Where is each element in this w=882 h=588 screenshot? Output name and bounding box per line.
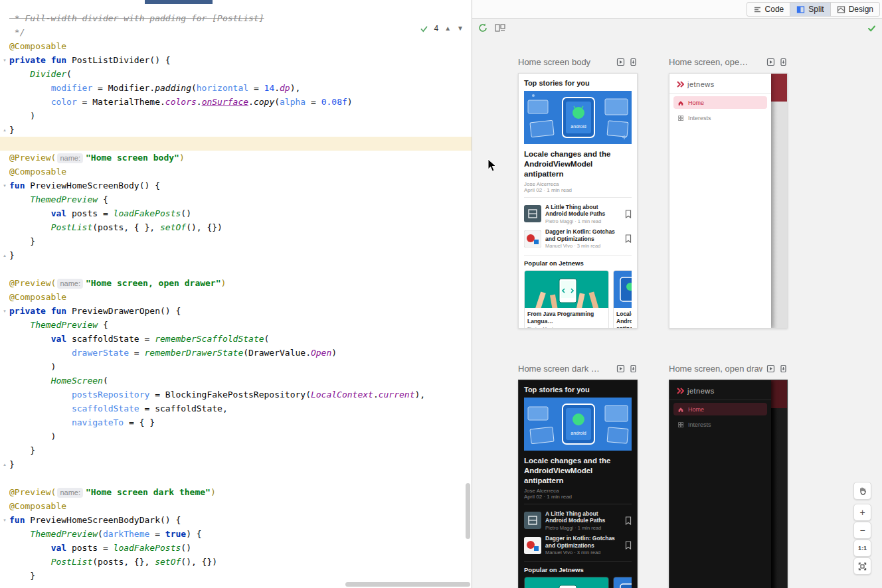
code-line[interactable]: @Preview(name:"Home screen body") [0, 151, 472, 165]
code-token: PostList [51, 557, 93, 567]
code-line[interactable]: PostList(posts, {}, setOf(), {}) [0, 555, 472, 569]
deploy-preview-icon[interactable] [629, 364, 638, 373]
drawer-item-home[interactable]: Home [673, 96, 767, 109]
code-line[interactable]: color = MaterialTheme.colors.onSurface.c… [0, 95, 472, 109]
code-line[interactable]: modifier = Modifier.padding(horizontal =… [0, 81, 472, 95]
interactive-preview-icon[interactable] [616, 58, 625, 66]
bookmark-icon[interactable] [625, 234, 632, 243]
drawer-item-interests[interactable]: Interests [673, 111, 767, 124]
popular-card[interactable]: Locale changes and the AndroidViewModel … [613, 270, 632, 329]
code-line[interactable]: ThemedPreview(darkTheme = true) { [0, 527, 472, 541]
code-line[interactable]: @Preview(name:"Home screen, open drawer"… [0, 276, 472, 290]
gutter-fold-marker[interactable]: ▴ [0, 123, 9, 137]
code-line[interactable]: @Preview(name:"Home screen dark theme") [0, 485, 472, 499]
preview-card-drawer-dark[interactable]: jetnews Home Interests [669, 380, 788, 588]
code-token [9, 348, 72, 358]
code-token: name: [57, 153, 83, 163]
popular-card-meta: Florina Muntenescu [527, 327, 606, 329]
code-token: 14 [264, 83, 275, 93]
code-line[interactable]: ThemedPreview { [0, 318, 472, 332]
bookmark-icon[interactable] [625, 516, 632, 525]
popular-card[interactable]: From Java Programming Langua… Florina Mu… [524, 577, 609, 588]
interactive-preview-icon[interactable] [766, 58, 775, 66]
editor-vertical-scrollbar[interactable] [466, 483, 470, 539]
code-line[interactable]: ▴} [0, 123, 472, 137]
zoom-to-fit-button[interactable] [853, 557, 871, 575]
code-line[interactable] [0, 262, 472, 276]
code-line[interactable]: @Composable [0, 165, 472, 179]
bookmark-icon[interactable] [625, 541, 632, 550]
tab-code[interactable]: Code [747, 3, 791, 16]
code-line[interactable]: navigateTo = { } [0, 415, 472, 429]
preview-card-home-light[interactable]: Top stories for you android [518, 73, 638, 329]
editor-horizontal-scrollbar[interactable] [345, 582, 470, 587]
code-line[interactable]: @Composable [0, 290, 472, 304]
drawer-item-interests[interactable]: Interests [673, 418, 767, 431]
code-line[interactable]: */ [0, 25, 472, 39]
gutter-fold-marker[interactable]: ▾ [0, 179, 9, 192]
code-line[interactable]: } [0, 569, 472, 583]
code-line[interactable]: @Composable [0, 39, 472, 53]
deploy-preview-icon[interactable] [629, 58, 638, 66]
code-line[interactable]: val posts = loadFakePosts() [0, 541, 472, 555]
popular-card[interactable]: Locale changes and the AndroidViewModel … [613, 577, 632, 588]
code-token: ( [98, 529, 103, 539]
gutter-fold-marker[interactable]: ▾ [0, 304, 9, 318]
code-line[interactable]: ▾private fun PreviewDrawerOpen() { [0, 304, 472, 318]
zoom-actual-size-button[interactable]: 1:1 [853, 540, 871, 557]
tab-split[interactable]: Split [790, 3, 830, 16]
code-line[interactable]: scaffoldState = scaffoldState, [0, 402, 472, 415]
code-token: fun [9, 181, 25, 190]
code-line[interactable]: * Full-width divider with padding for [P… [0, 11, 472, 25]
code-line[interactable]: ) [0, 109, 472, 123]
gutter-fold-marker[interactable]: ▴ [0, 248, 9, 262]
popular-card-title: Locale changes and the AndroidViewModel … [616, 311, 632, 329]
code-line[interactable]: val posts = loadFakePosts() [0, 206, 472, 220]
zoom-in-button[interactable]: + [853, 504, 871, 521]
build-refresh-icon[interactable] [478, 23, 488, 33]
code-line[interactable]: ThemedPreview { [0, 192, 472, 206]
deploy-preview-icon[interactable] [779, 364, 788, 373]
code-token: ) [9, 111, 35, 121]
gutter-fold-marker[interactable]: ▾ [0, 513, 9, 527]
code-token [9, 376, 51, 386]
interactive-preview-icon[interactable] [616, 364, 625, 373]
code-line[interactable]: ▾private fun PostListDivider() { [0, 53, 472, 67]
code-line[interactable]: ) [0, 429, 472, 443]
code-token [9, 390, 72, 400]
code-token: val [51, 543, 66, 553]
code-line[interactable]: ▾fun PreviewHomeScreenBody() { [0, 179, 472, 192]
code-line[interactable]: val scaffoldState = rememberScaffoldStat… [0, 332, 472, 346]
code-line[interactable]: ▾fun PreviewHomeScreenBodyDark() { [0, 513, 472, 527]
popular-card[interactable]: From Java Programming Langua… Florina Mu… [524, 270, 609, 329]
gutter [0, 290, 9, 304]
tab-design[interactable]: Design [831, 3, 879, 16]
code-line[interactable]: PostList(posts, { }, setOf(), {}) [0, 220, 472, 234]
next-issue-arrow-icon[interactable]: ▼ [457, 25, 464, 32]
code-line[interactable]: } [0, 443, 472, 457]
code-editor[interactable]: * Full-width divider with padding for [P… [0, 0, 472, 588]
code-line[interactable]: @Composable [0, 499, 472, 513]
code-line[interactable]: ▴} [0, 248, 472, 262]
interactive-preview-icon[interactable] [766, 364, 775, 373]
code-line[interactable] [0, 471, 472, 485]
view-options-icon[interactable] [495, 23, 505, 33]
zoom-out-button[interactable]: − [853, 522, 871, 539]
gutter-fold-marker[interactable]: ▴ [0, 457, 9, 471]
bookmark-icon[interactable] [625, 210, 632, 218]
code-line[interactable]: Divider( [0, 67, 472, 81]
code-line[interactable] [0, 137, 472, 151]
code-line[interactable]: postsRepository = BlockingFakePostsRepos… [0, 388, 472, 402]
preview-card-drawer-light[interactable]: jetnews Home Interests [669, 73, 788, 329]
code-line[interactable]: ) [0, 360, 472, 374]
drawer-item-home[interactable]: Home [673, 403, 767, 415]
preview-card-home-dark[interactable]: Top stories for you android Locale c [518, 380, 638, 588]
prev-issue-arrow-icon[interactable]: ▲ [444, 25, 451, 32]
code-line[interactable]: drawerState = rememberDrawerState(Drawer… [0, 346, 472, 360]
code-line[interactable]: } [0, 234, 472, 248]
code-line[interactable]: ▴} [0, 457, 472, 471]
pan-tool-button[interactable] [853, 482, 871, 500]
code-line[interactable]: HomeScreen( [0, 374, 472, 388]
gutter-fold-marker[interactable]: ▾ [0, 53, 9, 67]
deploy-preview-icon[interactable] [779, 58, 788, 66]
